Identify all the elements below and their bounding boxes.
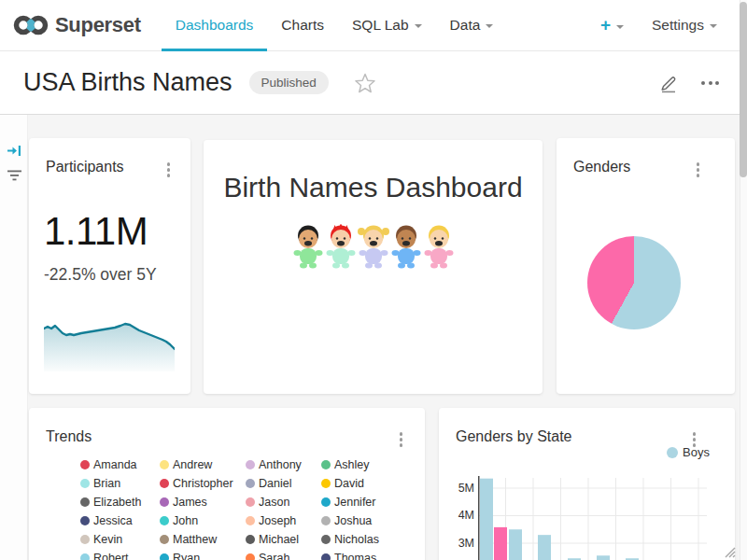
legend-label: James bbox=[173, 496, 207, 509]
card-participants: Participants 1.11M -22.5% over 5Y bbox=[29, 138, 190, 394]
legend-item[interactable]: Jason bbox=[246, 493, 321, 511]
legend-label: Jason bbox=[259, 496, 289, 509]
legend-dot bbox=[321, 497, 331, 507]
bar-boys[interactable] bbox=[597, 555, 610, 560]
legend-item[interactable]: James bbox=[160, 493, 246, 511]
kebab-menu-icon[interactable] bbox=[165, 161, 173, 179]
legend-item[interactable]: Robert bbox=[80, 549, 160, 560]
active-tab-underline bbox=[162, 49, 268, 51]
expand-filter-bar-icon[interactable] bbox=[7, 143, 22, 159]
legend-dot bbox=[160, 535, 169, 544]
legend-item[interactable]: Jessica bbox=[80, 511, 160, 530]
favorite-star-button[interactable] bbox=[355, 73, 375, 93]
legend-item[interactable]: Matthew bbox=[160, 530, 246, 549]
legend-label: Amanda bbox=[93, 458, 137, 471]
chart-title: Participants bbox=[46, 159, 124, 175]
legend-item[interactable]: Daniel bbox=[246, 474, 321, 493]
legend-dot bbox=[160, 460, 169, 469]
legend-item[interactable]: Joseph bbox=[246, 511, 321, 530]
nav-tab-data[interactable]: Data bbox=[436, 0, 508, 51]
kid-figure bbox=[292, 224, 324, 269]
legend-dot bbox=[246, 516, 255, 525]
legend-label: Elizabeth bbox=[93, 496, 141, 509]
legend-dot bbox=[160, 497, 169, 507]
more-horizontal-icon[interactable] bbox=[698, 77, 723, 89]
y-axis-tick: 4M bbox=[450, 509, 474, 522]
legend-item[interactable]: Jennifer bbox=[321, 493, 396, 511]
kid-figure bbox=[358, 224, 389, 269]
legend-dot bbox=[80, 460, 90, 469]
legend-item-boys[interactable]: Boys bbox=[667, 445, 710, 459]
legend-item[interactable]: Christopher bbox=[160, 474, 246, 493]
legend-item[interactable]: Elizabeth bbox=[80, 493, 160, 511]
legend-label: Robert bbox=[93, 552, 129, 560]
published-badge[interactable]: Published bbox=[249, 71, 329, 94]
bar-boys[interactable] bbox=[480, 479, 493, 560]
legend-label: Boys bbox=[683, 445, 710, 459]
legend-item[interactable]: David bbox=[321, 474, 396, 493]
markdown-title: Birth Names Dashboard bbox=[204, 172, 543, 203]
legend-dot bbox=[80, 553, 90, 560]
legend-dot bbox=[160, 553, 169, 560]
scrollbar-thumb[interactable] bbox=[740, 2, 747, 177]
legend-dot bbox=[160, 479, 169, 488]
resize-handle-icon[interactable] bbox=[723, 545, 736, 558]
kids-illustration bbox=[204, 224, 543, 269]
edit-pencil-icon[interactable] bbox=[658, 73, 679, 93]
legend-item[interactable]: Sarah bbox=[246, 549, 321, 560]
legend-dot bbox=[246, 497, 255, 507]
scrollbar-track[interactable] bbox=[740, 0, 747, 560]
nav-tab-label: SQL Lab bbox=[352, 17, 409, 33]
legend-label: Jennifer bbox=[334, 496, 375, 509]
participants-sparkline-chart bbox=[44, 321, 175, 371]
filter-bar-collapsed bbox=[0, 115, 28, 560]
legend-item[interactable]: Anthony bbox=[246, 455, 321, 474]
bar-boys[interactable] bbox=[538, 535, 551, 560]
chart-title: Genders bbox=[573, 159, 630, 175]
settings-label: Settings bbox=[652, 17, 704, 33]
legend-label: Jessica bbox=[93, 514, 133, 527]
legend-label: Brian bbox=[93, 477, 120, 490]
nav-tab-dashboards[interactable]: Dashboards bbox=[162, 0, 268, 51]
legend-item[interactable]: John bbox=[160, 511, 246, 530]
genders-pie bbox=[587, 236, 681, 329]
legend-item[interactable]: Joshua bbox=[321, 511, 396, 530]
settings-menu[interactable]: Settings bbox=[652, 17, 717, 34]
legend-item[interactable]: Ryan bbox=[160, 549, 246, 560]
filter-funnel-icon[interactable] bbox=[7, 169, 22, 182]
legend-label: Sarah bbox=[259, 552, 289, 560]
nav-tab-charts[interactable]: Charts bbox=[267, 0, 338, 51]
legend-item[interactable]: Michael bbox=[246, 530, 321, 549]
legend-dot bbox=[321, 516, 331, 525]
nav-tab-label: Charts bbox=[281, 17, 324, 33]
bar-girls[interactable] bbox=[494, 527, 507, 560]
legend-dot bbox=[80, 497, 90, 507]
nav-tab-sql-lab[interactable]: SQL Lab bbox=[338, 0, 436, 51]
new-item-button[interactable]: + bbox=[600, 15, 624, 35]
legend-label: Daniel bbox=[259, 477, 291, 490]
superset-logo[interactable]: Superset bbox=[13, 12, 141, 38]
genders-by-state-bar-chart bbox=[478, 467, 712, 560]
legend-label: Matthew bbox=[173, 533, 217, 546]
star-icon bbox=[355, 73, 375, 93]
navbar: Superset Dashboards Charts SQL Lab Data … bbox=[0, 0, 740, 51]
legend-item[interactable]: Amanda bbox=[80, 455, 160, 474]
trends-legend: AmandaAndrewAnthonyAshleyBrianChristophe… bbox=[80, 455, 396, 560]
card-genders-by-state: Genders by State Boys 5M 4M 3M bbox=[439, 408, 735, 560]
page-title: USA Births Names bbox=[23, 68, 233, 97]
bar-boys[interactable] bbox=[509, 529, 522, 560]
legend-item[interactable]: Andrew bbox=[160, 455, 246, 474]
legend-dot bbox=[80, 535, 90, 544]
kebab-menu-icon[interactable] bbox=[695, 161, 702, 179]
legend-item[interactable]: Kevin bbox=[80, 530, 160, 549]
card-markdown-header: Birth Names Dashboard bbox=[204, 140, 543, 394]
sparkline-area bbox=[44, 324, 175, 371]
legend-item[interactable]: Ashley bbox=[321, 455, 396, 474]
legend-label: Michael bbox=[259, 533, 299, 546]
legend-item[interactable]: Thomas bbox=[321, 549, 396, 560]
big-number-trend: -22.5% over 5Y bbox=[44, 265, 157, 285]
legend-item[interactable]: Brian bbox=[80, 474, 160, 493]
legend-dot bbox=[321, 553, 331, 560]
kebab-menu-icon[interactable] bbox=[398, 430, 405, 449]
legend-item[interactable]: Nicholas bbox=[321, 530, 396, 549]
